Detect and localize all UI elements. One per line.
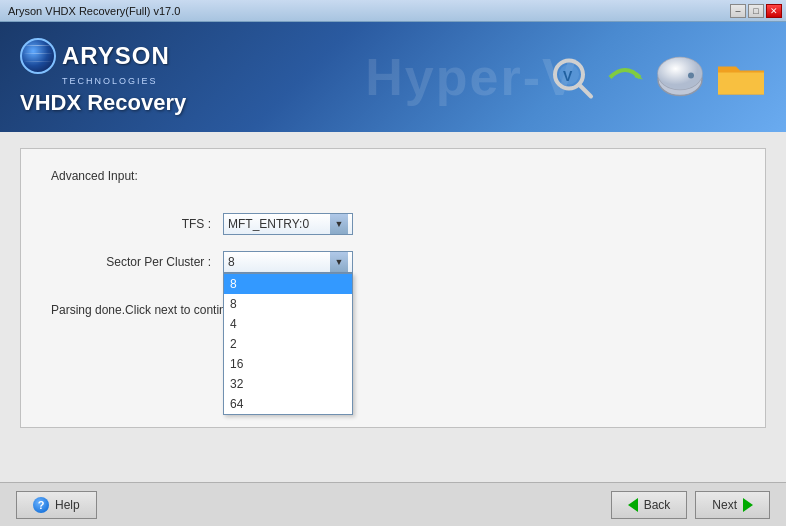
product-name: VHDX Recovery bbox=[20, 90, 186, 116]
tfs-row: TFS : MFT_ENTRY:0 ▼ bbox=[51, 213, 735, 235]
dropdown-option-2[interactable]: 2 bbox=[224, 334, 352, 354]
sector-select-arrow[interactable]: ▼ bbox=[330, 252, 348, 272]
help-label: Help bbox=[55, 498, 80, 512]
tfs-value: MFT_ENTRY:0 bbox=[228, 217, 309, 231]
dropdown-option-64[interactable]: 64 bbox=[224, 394, 352, 414]
sector-value: 8 bbox=[228, 255, 235, 269]
sector-dropdown-container[interactable]: 8 ▼ 8 8 4 2 16 32 64 bbox=[223, 251, 353, 273]
magnifier-icon: V bbox=[547, 52, 597, 102]
arrow-icon bbox=[605, 57, 645, 97]
maximize-button[interactable]: □ bbox=[748, 4, 764, 18]
svg-point-7 bbox=[658, 58, 702, 90]
section-title: Advanced Input: bbox=[51, 169, 735, 183]
dropdown-option-8[interactable]: 8 bbox=[224, 274, 352, 294]
footer-right: Back Next bbox=[611, 491, 770, 519]
content-box: Advanced Input: TFS : MFT_ENTRY:0 ▼ Sect… bbox=[20, 148, 766, 428]
dropdown-option-8b[interactable]: 8 bbox=[224, 294, 352, 314]
close-button[interactable]: ✕ bbox=[766, 4, 782, 18]
next-label: Next bbox=[712, 498, 737, 512]
svg-marker-4 bbox=[633, 69, 643, 79]
help-icon: ? bbox=[33, 497, 49, 513]
brand-name: ARYSON bbox=[62, 42, 170, 70]
sector-row: Sector Per Cluster : 8 ▼ 8 8 4 2 16 32 6… bbox=[51, 251, 735, 273]
back-button[interactable]: Back bbox=[611, 491, 688, 519]
sector-select[interactable]: 8 ▼ bbox=[223, 251, 353, 273]
back-arrow-icon bbox=[628, 498, 638, 512]
tfs-select[interactable]: MFT_ENTRY:0 ▼ bbox=[223, 213, 353, 235]
globe-icon bbox=[20, 38, 56, 74]
dropdown-option-4[interactable]: 4 bbox=[224, 314, 352, 334]
status-text: Parsing done.Click next to continue. bbox=[51, 303, 735, 317]
title-bar: Aryson VHDX Recovery(Full) v17.0 – □ ✕ bbox=[0, 0, 786, 22]
svg-point-8 bbox=[688, 73, 694, 79]
svg-line-2 bbox=[579, 84, 591, 96]
tfs-select-arrow[interactable]: ▼ bbox=[330, 214, 348, 234]
dropdown-option-32[interactable]: 32 bbox=[224, 374, 352, 394]
back-label: Back bbox=[644, 498, 671, 512]
minimize-button[interactable]: – bbox=[730, 4, 746, 18]
dropdown-option-16[interactable]: 16 bbox=[224, 354, 352, 374]
header-icons: V bbox=[547, 50, 766, 105]
footer: ? Help Back Next bbox=[0, 482, 786, 526]
brand-subtext: TECHNOLOGIES bbox=[62, 76, 158, 86]
footer-left: ? Help bbox=[16, 491, 97, 519]
next-button[interactable]: Next bbox=[695, 491, 770, 519]
tfs-label: TFS : bbox=[51, 217, 211, 231]
sector-dropdown-list: 8 8 4 2 16 32 64 bbox=[223, 273, 353, 415]
help-button[interactable]: ? Help bbox=[16, 491, 97, 519]
svg-text:V: V bbox=[563, 67, 573, 83]
window-controls: – □ ✕ bbox=[730, 4, 782, 18]
next-arrow-icon bbox=[743, 498, 753, 512]
header-banner: Hyper-V ARYSON TECHNOLOGIES VHDX Recover… bbox=[0, 22, 786, 132]
hdd-icon bbox=[653, 50, 708, 105]
main-content: Advanced Input: TFS : MFT_ENTRY:0 ▼ Sect… bbox=[0, 132, 786, 482]
folder-icon bbox=[716, 55, 766, 100]
window-title: Aryson VHDX Recovery(Full) v17.0 bbox=[8, 5, 180, 17]
logo-area: ARYSON TECHNOLOGIES VHDX Recovery bbox=[20, 38, 186, 116]
sector-label: Sector Per Cluster : bbox=[51, 255, 211, 269]
